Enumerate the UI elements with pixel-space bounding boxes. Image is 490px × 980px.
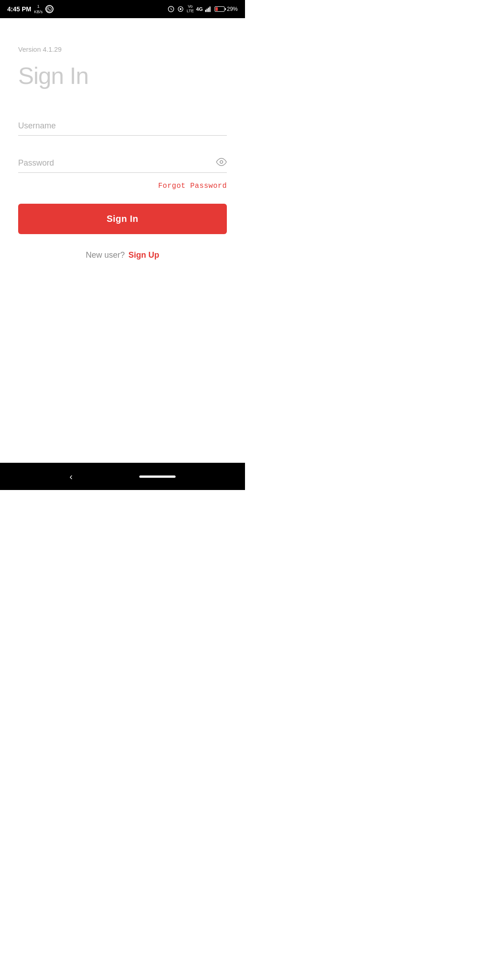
sign-up-link[interactable]: Sign Up — [128, 250, 159, 260]
username-field-container — [18, 117, 227, 136]
status-left: 4:45 PM 1 KB/s — [7, 4, 54, 15]
back-button[interactable]: ‹ — [69, 471, 73, 482]
nav-bar: ‹ — [0, 463, 245, 490]
version-label: Version 4.1.29 — [18, 45, 227, 53]
sign-in-button[interactable]: Sign In — [18, 204, 227, 234]
svg-rect-5 — [210, 6, 211, 12]
new-user-row: New user? Sign Up — [18, 250, 227, 260]
location-icon — [177, 5, 184, 13]
network-speed-indicator: 1 KB/s — [34, 4, 43, 15]
home-pill[interactable] — [139, 475, 176, 478]
status-bar: 4:45 PM 1 KB/s Vo LTE 4G — [0, 0, 245, 18]
battery-percent: 29% — [227, 6, 238, 12]
toggle-password-icon[interactable] — [216, 157, 227, 170]
forgot-password-link[interactable]: Forgot Password — [158, 182, 227, 190]
alarm-icon — [167, 5, 175, 13]
main-content: Version 4.1.29 Sign In Forgot Password S… — [0, 18, 245, 463]
username-input[interactable] — [18, 117, 227, 136]
new-user-text: New user? — [86, 250, 125, 260]
status-time: 4:45 PM — [7, 5, 31, 13]
svg-rect-2 — [205, 10, 206, 12]
svg-rect-4 — [208, 8, 209, 12]
password-input[interactable] — [18, 154, 227, 173]
svg-point-1 — [180, 8, 181, 10]
forgot-password-row: Forgot Password — [18, 182, 227, 190]
whatsapp-icon — [45, 5, 54, 13]
svg-point-6 — [220, 161, 223, 163]
password-field-container — [18, 154, 227, 173]
volte-indicator: Vo LTE — [186, 5, 194, 14]
status-right: Vo LTE 4G 29% — [167, 5, 238, 14]
signal-icon — [205, 6, 212, 12]
4g-indicator: 4G — [196, 6, 203, 12]
svg-rect-3 — [206, 9, 207, 12]
page-title: Sign In — [18, 62, 227, 89]
battery-icon — [215, 6, 225, 12]
